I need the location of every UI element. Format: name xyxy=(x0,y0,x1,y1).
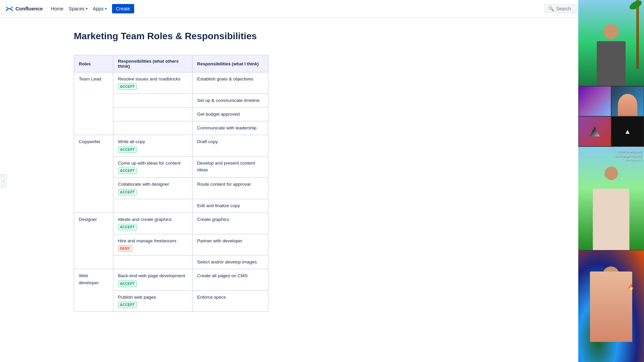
navbar: Confluence Home Spaces ▾ Apps ▾ Create 🔍… xyxy=(0,0,644,17)
home-link[interactable]: Home xyxy=(48,0,66,17)
accept-badge: ACCEPT xyxy=(118,224,137,230)
spaces-chevron-icon: ▾ xyxy=(86,7,88,10)
my-responsibility-cell: Get budget approved xyxy=(192,107,268,121)
others-responsibility-cell: Write all copyACCEPT xyxy=(113,135,192,157)
my-responsibility-cell: Select and/or develop images xyxy=(192,255,268,269)
accept-badge: ACCEPT xyxy=(118,83,137,90)
my-responsibility-cell: Set up & communicate timeline xyxy=(192,94,268,107)
table-row: CopywriterWrite all copyACCEPTDraft copy xyxy=(74,135,268,157)
page-title: Marketing Team Roles & Responsibilities xyxy=(74,31,624,42)
sub-tile-2 xyxy=(611,86,644,116)
video-tile-2: ▲ xyxy=(578,86,644,147)
spaces-dropdown[interactable]: Spaces ▾ xyxy=(66,0,90,17)
country-text-line1: I'm in Dharug and xyxy=(615,149,641,154)
my-responsibility-cell: Draft copy xyxy=(192,135,268,157)
role-cell: Copywriter xyxy=(74,135,113,213)
table-row: Team LeadResolve issues and roadblocksAC… xyxy=(74,72,268,94)
my-responsibility-cell: Route content for approval xyxy=(192,178,268,199)
table-header-row: Roles Responsibilities (what others thin… xyxy=(74,55,268,72)
deny-badge: DENY xyxy=(118,245,132,252)
apps-dropdown[interactable]: Apps ▾ xyxy=(90,0,109,17)
others-responsibility-cell: Collaborate with designerACCEPT xyxy=(113,178,192,199)
video-tile-1 xyxy=(578,0,644,86)
sub-tile-3 xyxy=(578,116,611,146)
apps-chevron-icon: ▾ xyxy=(105,7,107,10)
others-responsibility-cell: Resolve issues and roadblocksACCEPT xyxy=(113,72,192,94)
my-responsibility-cell: Create all pages on CMS xyxy=(192,269,268,291)
emoji-decoration: 🔥 xyxy=(628,284,634,290)
others-responsibility-cell: Publish web pagesACCEPT xyxy=(113,290,192,312)
others-responsibility-cell: Hire and manage freelancersDENY xyxy=(113,234,192,255)
my-responsibility-cell: Create graphics xyxy=(192,213,268,234)
sidebar-toggle[interactable]: › xyxy=(0,174,7,188)
video-tile-4: 🔥 xyxy=(578,250,644,362)
others-responsibility-cell xyxy=(113,199,192,213)
table-row: Web developerBack-end web page developme… xyxy=(74,269,268,291)
others-responsibility-cell: Come up with ideas for contentACCEPT xyxy=(113,156,192,178)
accept-badge: ACCEPT xyxy=(118,281,137,287)
roles-table: Roles Responsibilities (what others thin… xyxy=(74,55,268,312)
video-panel: ▲ I'm in Dharug and Gu-ring-gai Country … xyxy=(578,0,644,362)
col-header-mine: Responsibilities (what I think) xyxy=(192,55,268,72)
accept-badge: ACCEPT xyxy=(118,146,137,153)
main-content: Marketing Team Roles & Responsibilities … xyxy=(0,17,644,362)
sub-tile-atlassian: ▲ xyxy=(611,116,644,146)
my-responsibility-cell: Establish goals & objectives xyxy=(192,72,268,94)
col-header-others: Responsibilities (what others think) xyxy=(113,55,192,72)
atlassian-icon: ▲ xyxy=(624,128,631,135)
country-text-source: pinktagonous xyxy=(615,158,641,162)
sub-tile-1 xyxy=(578,86,611,116)
others-responsibility-cell xyxy=(113,94,192,107)
col-header-roles: Roles xyxy=(74,55,113,72)
create-button[interactable]: Create xyxy=(112,4,134,13)
others-responsibility-cell: Back-end web page developmentACCEPT xyxy=(113,269,192,291)
role-cell: Web developer xyxy=(74,269,113,312)
video-tile-3: I'm in Dharug and Gu-ring-gai Country pi… xyxy=(578,147,644,250)
accept-badge: ACCEPT xyxy=(118,168,137,174)
table-row: DesignerIdeate and create graphicsACCEPT… xyxy=(74,213,268,234)
search-icon: 🔍 xyxy=(548,6,554,11)
confluence-wordmark: Confluence xyxy=(15,6,43,11)
role-cell: Designer xyxy=(74,213,113,269)
my-responsibility-cell: Develop and present content ideas xyxy=(192,156,268,178)
others-responsibility-cell xyxy=(113,107,192,121)
my-responsibility-cell: Enforce specs xyxy=(192,290,268,312)
others-responsibility-cell xyxy=(113,121,192,135)
country-text-line2: Gu-ring-gai Country xyxy=(615,154,641,158)
accept-badge: ACCEPT xyxy=(118,189,137,195)
my-responsibility-cell: Partner with developer xyxy=(192,234,268,255)
role-cell: Team Lead xyxy=(74,72,113,135)
my-responsibility-cell: Edit and finalize copy xyxy=(192,199,268,213)
accept-badge: ACCEPT xyxy=(118,302,137,308)
confluence-logo[interactable]: Confluence xyxy=(5,5,43,13)
others-responsibility-cell: Ideate and create graphicsACCEPT xyxy=(113,213,192,234)
others-responsibility-cell xyxy=(113,255,192,269)
my-responsibility-cell: Communicate with leadership xyxy=(192,121,268,135)
